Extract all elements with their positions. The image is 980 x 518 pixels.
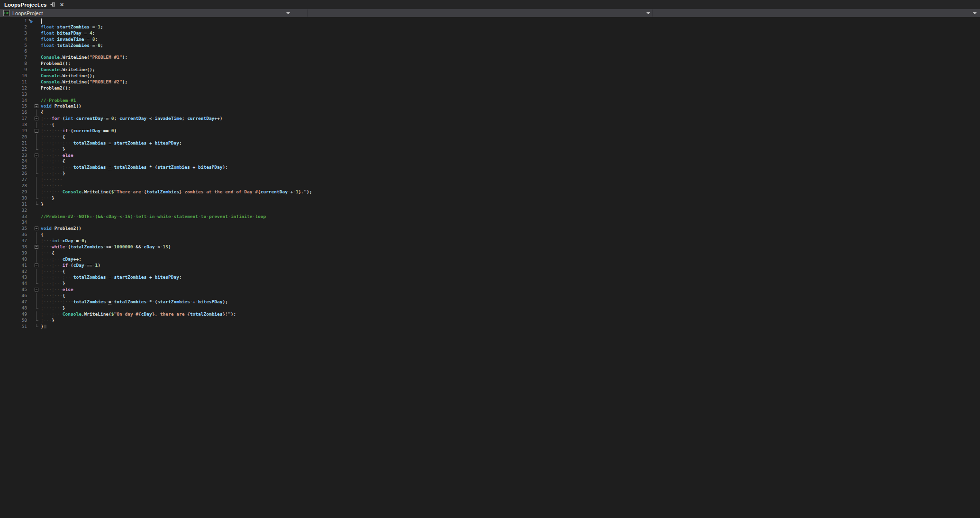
chevron-down-icon[interactable]: [646, 12, 650, 14]
code-line-33[interactable]: 33//Problem·#2··NOTE:·(&&·cDay·<·15)·lef…: [0, 214, 980, 220]
fold-collapse-icon[interactable]: [35, 264, 38, 267]
code-line-13[interactable]: 13: [0, 91, 980, 98]
line-number[interactable]: 18: [0, 122, 27, 128]
code-line-4[interactable]: 4float·invadeTime·=·8;: [0, 36, 980, 43]
line-number[interactable]: 35: [0, 226, 27, 232]
outline-margin[interactable]: [27, 103, 41, 109]
outline-margin[interactable]: [27, 226, 41, 232]
line-number[interactable]: 8: [0, 61, 27, 67]
line-number[interactable]: 46: [0, 293, 27, 299]
code-line-47[interactable]: 47¦···¦···¦···totalZombies·=·totalZombie…: [0, 299, 980, 305]
chevron-down-icon[interactable]: [286, 12, 290, 14]
code-line-22[interactable]: 22¦···¦···}: [0, 146, 980, 153]
chevron-down-icon[interactable]: [973, 12, 977, 14]
line-number[interactable]: 1: [0, 18, 27, 24]
line-number[interactable]: 7: [0, 55, 27, 61]
line-number[interactable]: 15: [0, 103, 27, 109]
code-line-50[interactable]: 50¦···}: [0, 318, 980, 324]
code-line-28[interactable]: 28¦···¦···: [0, 183, 980, 189]
code-line-12[interactable]: 12Problem2();: [0, 85, 980, 91]
line-number[interactable]: 28: [0, 183, 27, 189]
line-number[interactable]: 40: [0, 256, 27, 263]
outline-margin[interactable]: [27, 116, 41, 122]
code-line-21[interactable]: 21¦···¦···¦···totalZombies·=·startZombie…: [0, 140, 980, 146]
line-number[interactable]: 14: [0, 98, 27, 104]
outline-margin[interactable]: [27, 263, 41, 269]
line-number[interactable]: 6: [0, 48, 27, 55]
line-number[interactable]: 38: [0, 244, 27, 250]
line-number[interactable]: 45: [0, 287, 27, 293]
line-number[interactable]: 47: [0, 299, 27, 305]
line-number[interactable]: 34: [0, 219, 27, 226]
line-number[interactable]: 49: [0, 311, 27, 318]
line-number[interactable]: 2: [0, 24, 27, 30]
code-line-40[interactable]: 40¦···¦···cDay++;: [0, 256, 980, 263]
line-number[interactable]: 12: [0, 85, 27, 91]
line-number[interactable]: 41: [0, 263, 27, 269]
code-line-51[interactable]: 51}: [0, 324, 980, 330]
line-number[interactable]: 5: [0, 43, 27, 49]
line-number[interactable]: 25: [0, 164, 27, 171]
close-icon[interactable]: ×: [59, 2, 64, 8]
code-line-42[interactable]: 42¦···¦···{: [0, 269, 980, 275]
code-line-1[interactable]: 1: [0, 18, 980, 24]
line-number[interactable]: 16: [0, 109, 27, 116]
fold-collapse-icon[interactable]: [35, 245, 38, 249]
fold-collapse-icon[interactable]: [35, 227, 38, 230]
code-line-23[interactable]: 23¦···¦···else: [0, 153, 980, 159]
line-number[interactable]: 44: [0, 281, 27, 287]
line-number[interactable]: 39: [0, 250, 27, 256]
line-number[interactable]: 21: [0, 140, 27, 146]
code-line-9[interactable]: 9Console.WriteLine();: [0, 67, 980, 73]
code-line-36[interactable]: 36{: [0, 232, 980, 238]
line-number[interactable]: 23: [0, 153, 27, 159]
line-number[interactable]: 24: [0, 158, 27, 164]
code-line-7[interactable]: 7Console.WriteLine("PROBLEM·#1");: [0, 55, 980, 61]
code-line-5[interactable]: 5float·totalZombies·=·0;: [0, 43, 980, 49]
code-line-10[interactable]: 10Console.WriteLine();: [0, 73, 980, 79]
line-number[interactable]: 17: [0, 116, 27, 122]
code-editor[interactable]: 12float·startZombies·=·1;3float·bitesPDa…: [0, 17, 980, 518]
line-number[interactable]: 51: [0, 324, 27, 330]
line-number[interactable]: 11: [0, 79, 27, 85]
code-line-48[interactable]: 48¦···¦···}: [0, 305, 980, 311]
code-line-27[interactable]: 27¦···¦···: [0, 177, 980, 183]
code-line-30[interactable]: 30¦···}: [0, 195, 980, 201]
code-line-32[interactable]: 32: [0, 208, 980, 214]
code-line-18[interactable]: 18¦···{: [0, 122, 980, 128]
line-number[interactable]: 37: [0, 238, 27, 244]
fold-collapse-icon[interactable]: [35, 288, 38, 291]
fold-collapse-icon[interactable]: [35, 104, 38, 108]
line-number[interactable]: 27: [0, 177, 27, 183]
outline-margin[interactable]: [27, 244, 41, 250]
line-number[interactable]: 43: [0, 274, 27, 281]
code-line-24[interactable]: 24¦···¦···{: [0, 158, 980, 164]
line-number[interactable]: 36: [0, 232, 27, 238]
line-number[interactable]: 42: [0, 269, 27, 275]
code-line-41[interactable]: 41¦···¦···if·(cDay·==·1): [0, 263, 980, 269]
line-number[interactable]: 20: [0, 134, 27, 140]
code-line-6[interactable]: 6: [0, 48, 980, 55]
line-number[interactable]: 33: [0, 214, 27, 220]
code-line-26[interactable]: 26¦···¦···}: [0, 171, 980, 177]
code-line-34[interactable]: 34: [0, 219, 980, 226]
code-line-39[interactable]: 39¦···{: [0, 250, 980, 256]
code-line-3[interactable]: 3float·bitesPDay·=·4;: [0, 30, 980, 36]
line-number[interactable]: 4: [0, 36, 27, 43]
line-number[interactable]: 29: [0, 189, 27, 195]
line-number[interactable]: 50: [0, 318, 27, 324]
line-number[interactable]: 10: [0, 73, 27, 79]
code-line-38[interactable]: 38¦···while·(totalZombies·<=·1000000·&&·…: [0, 244, 980, 250]
line-number[interactable]: 26: [0, 171, 27, 177]
code-line-15[interactable]: 15void·Problem1(): [0, 103, 980, 109]
code-line-19[interactable]: 19¦···¦···if·(currentDay·==·0): [0, 128, 980, 134]
fold-collapse-icon[interactable]: [35, 129, 38, 133]
code-line-49[interactable]: 49¦···¦···Console.WriteLine($"On·day·#{c…: [0, 311, 980, 318]
line-number[interactable]: 48: [0, 305, 27, 311]
fold-collapse-icon[interactable]: [35, 117, 38, 120]
code-line-8[interactable]: 8Problem1();: [0, 61, 980, 67]
line-number[interactable]: 31: [0, 201, 27, 208]
tab-loopsproject[interactable]: LoopsProject.cs ×: [0, 0, 69, 9]
project-dropdown[interactable]: C# LoopsProject: [0, 9, 307, 17]
code-line-16[interactable]: 16{: [0, 109, 980, 116]
